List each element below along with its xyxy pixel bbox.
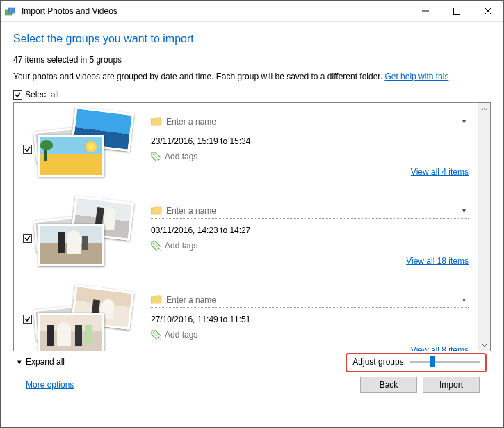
tag-icon <box>151 241 161 251</box>
scroll-up-icon[interactable] <box>478 103 490 115</box>
svg-point-14 <box>153 332 154 333</box>
expand-all-link[interactable]: Expand all <box>26 357 65 367</box>
groups-list: Enter a name ▾ 23/11/2016, 15:19 to 15:3… <box>13 102 491 351</box>
scroll-down-icon[interactable] <box>478 339 490 351</box>
select-all-checkbox[interactable] <box>13 90 22 100</box>
group-checkbox[interactable] <box>23 234 32 243</box>
group-thumbnail-stack[interactable] <box>35 109 143 189</box>
view-all-link[interactable]: View all 4 items <box>411 167 469 177</box>
back-button[interactable]: Back <box>360 377 417 393</box>
group-tags-input[interactable]: Add tags <box>165 241 197 251</box>
chevron-down-icon[interactable]: ▾ <box>460 296 469 303</box>
more-options-link[interactable]: More options <box>26 380 74 390</box>
group-row: Enter a name ▾ 27/10/2016, 11:49 to 11:5… <box>14 281 478 351</box>
view-all-link[interactable]: View all 8 items <box>411 345 469 351</box>
window-buttons <box>409 1 503 21</box>
select-all-label: Select all <box>25 90 59 100</box>
group-date-range: 23/11/2016, 15:19 to 15:34 <box>151 136 250 146</box>
close-button[interactable] <box>472 1 503 21</box>
folder-icon <box>151 295 162 305</box>
caret-down-icon[interactable]: ▾ <box>17 358 22 367</box>
footer: More options Back Import <box>13 372 491 393</box>
titlebar: Import Photos and Videos <box>1 1 503 22</box>
group-checkbox[interactable] <box>23 145 32 154</box>
tag-icon <box>151 330 161 340</box>
folder-icon <box>151 117 162 127</box>
description-text: Your photos and videos are grouped by da… <box>13 72 491 81</box>
view-all-link[interactable]: View all 18 items <box>406 256 469 266</box>
svg-point-6 <box>153 154 154 155</box>
svg-rect-1 <box>8 8 15 13</box>
group-checkbox[interactable] <box>23 315 32 324</box>
adjust-groups-label: Adjust groups: <box>352 357 406 367</box>
chevron-down-icon[interactable]: ▾ <box>460 118 469 125</box>
group-row: Enter a name ▾ 03/11/2016, 14:23 to 14:2… <box>14 192 478 281</box>
adjust-groups-slider[interactable] <box>410 357 480 367</box>
tag-icon <box>151 152 161 161</box>
scrollbar[interactable] <box>478 103 490 351</box>
svg-point-10 <box>153 243 154 244</box>
import-button[interactable]: Import <box>423 377 480 393</box>
group-tags-input[interactable]: Add tags <box>165 152 197 161</box>
minimize-button[interactable] <box>409 1 441 21</box>
expand-row: ▾ Expand all Adjust groups: <box>13 356 491 372</box>
svg-rect-3 <box>453 8 460 14</box>
select-all-row[interactable]: Select all <box>13 90 491 100</box>
app-icon <box>5 6 16 16</box>
group-name-input[interactable]: Enter a name <box>166 117 460 127</box>
description-main: Your photos and videos are grouped by da… <box>13 72 382 81</box>
group-thumbnail-stack[interactable] <box>35 287 143 351</box>
selection-summary: 47 items selected in 5 groups <box>13 55 491 65</box>
maximize-button[interactable] <box>441 1 472 21</box>
group-date-range: 27/10/2016, 11:49 to 11:51 <box>151 315 250 324</box>
scroll-track[interactable] <box>478 115 490 339</box>
group-name-input[interactable]: Enter a name <box>166 295 460 305</box>
folder-icon <box>151 206 162 216</box>
adjust-groups-box: Adjust groups: <box>346 353 487 372</box>
slider-thumb[interactable] <box>430 356 435 367</box>
help-link[interactable]: Get help with this <box>384 72 448 81</box>
window-title: Import Photos and Videos <box>22 6 409 16</box>
page-heading: Select the groups you want to import <box>13 33 491 45</box>
content-area: Select the groups you want to import 47 … <box>1 22 503 398</box>
group-tags-input[interactable]: Add tags <box>165 330 197 340</box>
group-thumbnail-stack[interactable] <box>35 198 143 278</box>
group-row: Enter a name ▾ 23/11/2016, 15:19 to 15:3… <box>14 103 478 192</box>
group-name-input[interactable]: Enter a name <box>166 206 460 216</box>
group-date-range: 03/11/2016, 14:23 to 14:27 <box>151 225 250 235</box>
chevron-down-icon[interactable]: ▾ <box>460 207 469 214</box>
